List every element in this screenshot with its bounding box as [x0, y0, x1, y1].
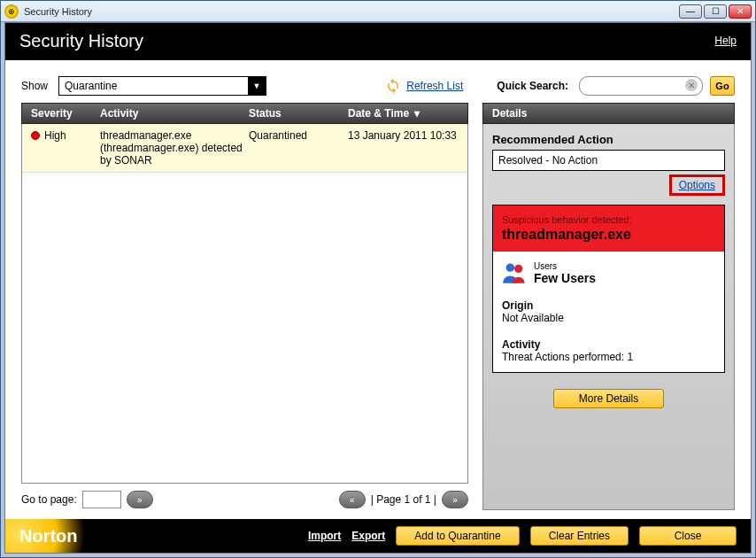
show-selected-value: Quarantine [65, 80, 117, 92]
goto-page-label: Go to page: [21, 493, 77, 506]
refresh-area: Refresh List [385, 78, 463, 94]
svg-point-1 [514, 265, 522, 273]
details-heading: Details [482, 103, 735, 124]
sort-desc-icon: ▾ [414, 107, 420, 120]
go-page-button[interactable]: » [127, 491, 153, 508]
page-input[interactable] [82, 491, 121, 508]
content-area: Show Quarantine ▼ Refresh List Quick Sea… [5, 60, 751, 519]
list-panel: Severity Activity Status Date & Time ▾ [21, 103, 468, 510]
quick-search-input[interactable] [579, 76, 703, 96]
add-to-quarantine-button[interactable]: Add to Quarantine [396, 526, 519, 546]
top-controls: Show Quarantine ▼ Refresh List Quick Sea… [21, 76, 735, 96]
prev-page-button[interactable]: « [339, 491, 366, 508]
export-link[interactable]: Export [351, 530, 385, 542]
col-datetime[interactable]: Date & Time ▾ [348, 107, 467, 120]
severity-value: High [44, 129, 66, 142]
window-title: Security History [24, 6, 679, 17]
import-link[interactable]: Import [308, 530, 341, 542]
users-value: Few Users [534, 271, 596, 285]
alert-line1: Suspicious behavior detected: [502, 214, 715, 225]
svg-point-0 [506, 264, 514, 272]
options-highlight: Options [669, 174, 725, 196]
severity-high-icon [31, 131, 40, 140]
minimize-button[interactable]: — [679, 4, 702, 19]
brand-logo: Norton [19, 526, 78, 546]
recommended-action-label: Recommended Action [492, 133, 725, 146]
activity-label: Activity [502, 338, 715, 351]
alert-banner: Suspicious behavior detected: threadmana… [493, 205, 724, 252]
table-row[interactable]: High threadmanager.exe (threadmanager.ex… [22, 124, 467, 173]
quick-search-label: Quick Search: [497, 80, 568, 92]
users-icon [502, 260, 527, 285]
show-label: Show [21, 80, 48, 92]
help-link[interactable]: Help [714, 35, 737, 47]
activity-value: threadmanager.exe (threadmanager.exe) de… [100, 129, 249, 167]
list-footer: Go to page: » « | Page 1 of 1 | » [21, 484, 468, 510]
table-body: High threadmanager.exe (threadmanager.ex… [21, 124, 468, 484]
details-panel: Details Recommended Action Resolved - No… [482, 103, 735, 510]
origin-label: Origin [502, 299, 715, 312]
threat-card: Suspicious behavior detected: threadmana… [492, 205, 725, 373]
app-icon: ⊕ [4, 4, 19, 19]
window-body: Security History Help Show Quarantine ▼ … [4, 22, 752, 554]
window-controls: — ☐ ✕ [679, 4, 752, 19]
titlebar: ⊕ Security History — ☐ ✕ [1, 1, 755, 22]
chevron-down-icon: ▼ [248, 77, 266, 95]
bottom-bar: Norton Import Export Add to Quarantine C… [5, 519, 751, 553]
refresh-icon [385, 78, 401, 94]
col-activity[interactable]: Activity [100, 107, 249, 120]
application-window: ⊕ Security History — ☐ ✕ Security Histor… [0, 0, 756, 558]
header: Security History Help [5, 23, 751, 60]
details-body: Recommended Action Resolved - No Action … [482, 124, 735, 510]
table-header: Severity Activity Status Date & Time ▾ [21, 103, 468, 124]
clear-search-icon[interactable]: ✕ [685, 79, 698, 91]
next-page-button[interactable]: » [442, 491, 468, 508]
close-button[interactable]: Close [639, 526, 737, 546]
page-title: Security History [19, 31, 143, 51]
maximize-button[interactable]: ☐ [704, 4, 727, 19]
clear-entries-button[interactable]: Clear Entries [530, 526, 629, 546]
main-split: Severity Activity Status Date & Time ▾ [21, 103, 735, 510]
more-details-button[interactable]: More Details [553, 389, 664, 408]
activity-detail-value: Threat Actions performed: 1 [502, 351, 715, 363]
show-dropdown[interactable]: Quarantine ▼ [58, 76, 266, 96]
origin-value: Not Available [502, 312, 715, 324]
users-label: Users [534, 261, 596, 271]
status-value: Quarantined [249, 129, 348, 167]
alert-threat-name: threadmanager.exe [502, 227, 715, 243]
datetime-value: 13 January 2011 10:33 [348, 129, 467, 167]
recommended-action-value: Resolved - No Action [492, 150, 725, 171]
go-button[interactable]: Go [710, 76, 735, 96]
close-window-button[interactable]: ✕ [729, 4, 752, 19]
col-status[interactable]: Status [249, 107, 348, 120]
refresh-link[interactable]: Refresh List [406, 80, 463, 92]
col-severity[interactable]: Severity [22, 107, 100, 120]
page-indicator: | Page 1 of 1 | [371, 493, 436, 506]
options-link[interactable]: Options [679, 179, 715, 191]
